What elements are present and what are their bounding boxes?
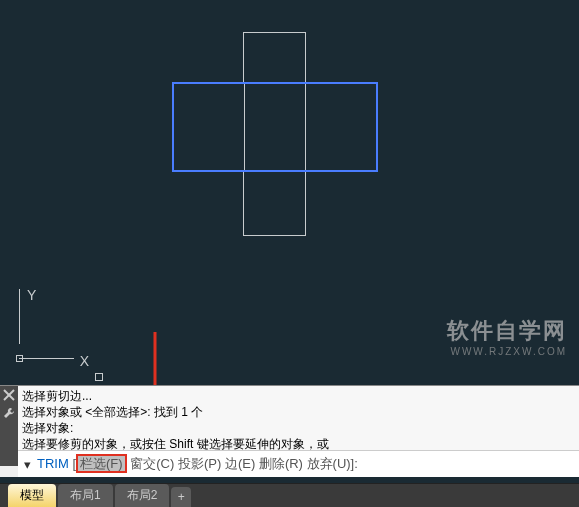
ucs-icon: Y X xyxy=(19,289,89,359)
command-options: [栏选(F) 窗交(C) 投影(P) 边(E) 删除(R) 放弃(U)]: xyxy=(72,454,357,473)
command-history[interactable]: 选择剪切边... 选择对象或 <全部选择>: 找到 1 个 选择对象: 选择要修… xyxy=(18,386,579,450)
option-erase[interactable]: 删除(R) xyxy=(259,456,303,471)
wrench-icon[interactable] xyxy=(2,406,16,420)
pick-box-marker xyxy=(95,373,103,381)
watermark-main: 软件自学网 xyxy=(447,316,567,346)
layout-tabs: 模型 布局1 布局2 + xyxy=(0,483,579,507)
tab-layout2[interactable]: 布局2 xyxy=(115,484,170,507)
horizontal-rectangle-selected[interactable] xyxy=(172,82,378,172)
history-line: 选择对象或 <全部选择>: 找到 1 个 xyxy=(22,404,575,420)
option-undo[interactable]: 放弃(U) xyxy=(307,456,351,471)
watermark-sub: WWW.RJZXW.COM xyxy=(447,346,567,357)
ucs-x-label: X xyxy=(80,353,89,369)
ucs-y-label: Y xyxy=(27,287,36,303)
vertical-edge-right xyxy=(305,84,306,170)
history-line: 选择剪切边... xyxy=(22,388,575,404)
drawing-area[interactable]: Y X 软件自学网 WWW.RJZXW.COM xyxy=(0,0,579,385)
option-project[interactable]: 投影(P) xyxy=(178,456,221,471)
option-crossing[interactable]: 窗交(C) xyxy=(130,456,174,471)
command-input[interactable]: ▾ TRIM [栏选(F) 窗交(C) 投影(P) 边(E) 删除(R) 放弃(… xyxy=(18,450,579,477)
tab-add-button[interactable]: + xyxy=(171,487,191,507)
option-edge[interactable]: 边(E) xyxy=(225,456,255,471)
history-line: 选择要修剪的对象，或按住 Shift 键选择要延伸的对象，或 xyxy=(22,436,575,450)
watermark: 软件自学网 WWW.RJZXW.COM xyxy=(447,316,567,357)
history-line: 选择对象: xyxy=(22,420,575,436)
command-panel: 选择剪切边... 选择对象或 <全部选择>: 找到 1 个 选择对象: 选择要修… xyxy=(0,385,579,477)
tab-layout1[interactable]: 布局1 xyxy=(58,484,113,507)
prompt-caret-icon: ▾ xyxy=(24,457,31,472)
option-fence[interactable]: 栏选(F) xyxy=(76,454,127,473)
command-name: TRIM xyxy=(37,456,69,471)
close-icon[interactable] xyxy=(2,388,16,402)
command-sidebar xyxy=(0,386,18,466)
tab-model[interactable]: 模型 xyxy=(8,484,56,507)
vertical-edge-left xyxy=(244,84,245,170)
